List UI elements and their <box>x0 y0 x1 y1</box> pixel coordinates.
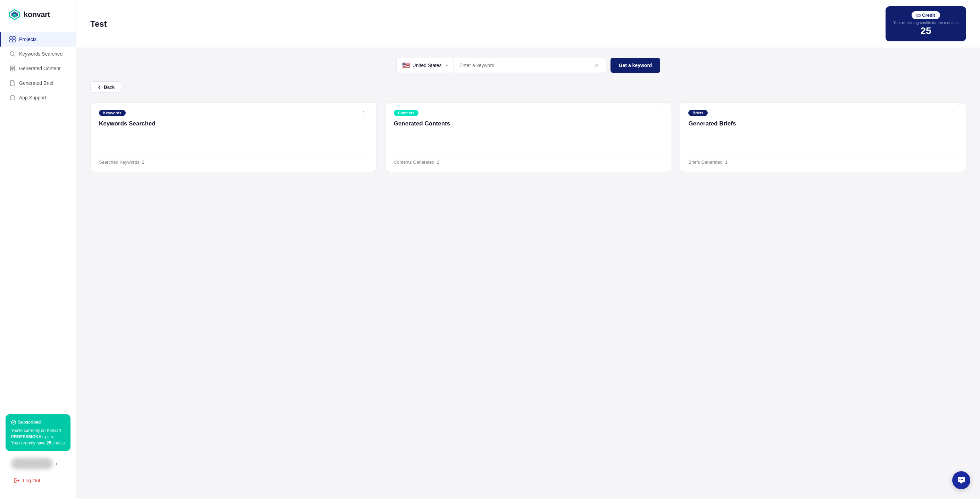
sidebar-item-generated-content-label: Generated Content <box>19 66 60 71</box>
file-icon <box>10 80 16 86</box>
konvart-logo-icon <box>8 8 21 21</box>
clear-input-button[interactable]: ✕ <box>593 62 600 69</box>
logout-label: Log Out <box>23 478 40 483</box>
svg-point-17 <box>959 479 960 480</box>
generated-contents-card: Contents ⋮ Generated Contents Contents G… <box>385 102 671 172</box>
file-text-icon <box>10 65 16 72</box>
sidebar-item-generated-content[interactable]: Generated Content <box>0 61 76 76</box>
subscription-card: Subscribed You're currently on Konvart P… <box>6 414 70 451</box>
svg-point-18 <box>961 479 962 480</box>
chat-icon <box>957 476 966 485</box>
briefs-card-menu-button[interactable]: ⋮ <box>948 110 958 118</box>
logo-text: konvart <box>24 10 50 19</box>
card-top-briefs: Briefs ⋮ <box>688 110 958 118</box>
get-keyword-button[interactable]: Get a keyword <box>611 58 660 73</box>
country-select[interactable]: 🇺🇸 United States ▾ <box>396 58 453 73</box>
briefs-card-title: Generated Briefs <box>688 120 958 127</box>
svg-rect-3 <box>10 37 12 39</box>
svg-rect-6 <box>13 40 15 42</box>
user-row[interactable]: › <box>6 454 70 473</box>
sidebar-item-keywords-searched[interactable]: Keywords Searched <box>0 46 76 61</box>
svg-point-19 <box>962 479 963 480</box>
keywords-searched-card: Keywords ⋮ Keywords Searched Searched Ke… <box>90 102 377 172</box>
headset-icon <box>10 94 16 101</box>
country-label: United States <box>412 62 442 68</box>
logo-area: konvart <box>0 8 76 32</box>
svg-rect-4 <box>13 37 15 39</box>
contents-badge: Contents <box>394 110 419 116</box>
keywords-icon <box>10 51 16 57</box>
logout-button[interactable]: Log Out <box>6 473 70 488</box>
credit-card-header: Credit <box>893 11 958 19</box>
keyword-input[interactable] <box>460 62 593 68</box>
subscribed-icon <box>11 420 16 425</box>
contents-card-menu-button[interactable]: ⋮ <box>654 110 663 118</box>
keywords-badge: Keywords <box>99 110 126 116</box>
sidebar-item-projects[interactable]: Projects <box>0 32 76 46</box>
card-top-keywords: Keywords ⋮ <box>99 110 368 118</box>
contents-card-title: Generated Contents <box>394 120 663 127</box>
page-title: Test <box>90 19 107 29</box>
chevron-down-icon: ▾ <box>446 63 448 68</box>
briefs-badge: Briefs <box>688 110 707 116</box>
us-flag: 🇺🇸 <box>402 62 410 69</box>
credit-subtitle: Your remaining credits for the month is <box>893 21 958 25</box>
user-avatar <box>11 458 53 469</box>
subscription-text: You're currently on Konvart PROFESSIONAL… <box>11 427 65 446</box>
generated-briefs-card: Briefs ⋮ Generated Briefs Briefs Generat… <box>679 102 966 172</box>
svg-rect-13 <box>10 98 11 100</box>
sidebar-item-projects-label: Projects <box>19 37 37 42</box>
sidebar-item-generated-brief-label: Generated Brief <box>19 80 54 86</box>
keyword-input-wrap: ✕ <box>453 58 606 73</box>
credit-icon <box>916 13 921 18</box>
chevron-right-icon: › <box>56 461 57 466</box>
sidebar-bottom: Subscribed You're currently on Konvart P… <box>0 409 76 493</box>
subscription-header: Subscribed <box>11 419 65 425</box>
chat-widget-button[interactable] <box>952 471 970 489</box>
svg-line-8 <box>14 55 15 57</box>
svg-point-7 <box>10 52 14 56</box>
cards-row: Keywords ⋮ Keywords Searched Searched Ke… <box>90 102 966 172</box>
sidebar-item-app-support[interactable]: App Support <box>0 90 76 105</box>
sidebar-item-generated-brief[interactable]: Generated Brief <box>0 76 76 90</box>
logout-icon <box>14 477 20 484</box>
credit-card: Credit Your remaining credits for the mo… <box>886 6 966 41</box>
main-content: Test Credit Your remaining credits for t… <box>76 0 980 499</box>
keywords-card-footer: Searched Keywords: 2 <box>99 154 368 165</box>
sidebar-item-keywords-label: Keywords Searched <box>19 51 62 57</box>
back-icon <box>97 85 102 90</box>
sidebar-item-app-support-label: App Support <box>19 95 46 100</box>
briefs-card-footer: Briefs Generated: 1 <box>688 154 958 165</box>
keywords-card-menu-button[interactable]: ⋮ <box>359 110 368 118</box>
keywords-card-title: Keywords Searched <box>99 120 368 127</box>
credit-number: 25 <box>893 26 958 37</box>
credit-pill: Credit <box>912 11 940 19</box>
contents-card-footer: Contents Generated: 2 <box>394 154 663 165</box>
back-button[interactable]: Back <box>90 81 121 93</box>
top-header: Test Credit Your remaining credits for t… <box>76 0 980 48</box>
grid-icon <box>10 36 16 42</box>
svg-rect-16 <box>917 14 920 17</box>
search-area: 🇺🇸 United States ▾ ✕ Get a keyword <box>76 48 980 78</box>
svg-rect-5 <box>10 40 12 42</box>
card-top-contents: Contents ⋮ <box>394 110 663 118</box>
svg-rect-14 <box>14 98 15 100</box>
content-area: Back Keywords ⋮ Keywords Searched Search… <box>76 78 980 186</box>
sidebar: konvart Projects Keywords Searched Gener… <box>0 0 76 499</box>
